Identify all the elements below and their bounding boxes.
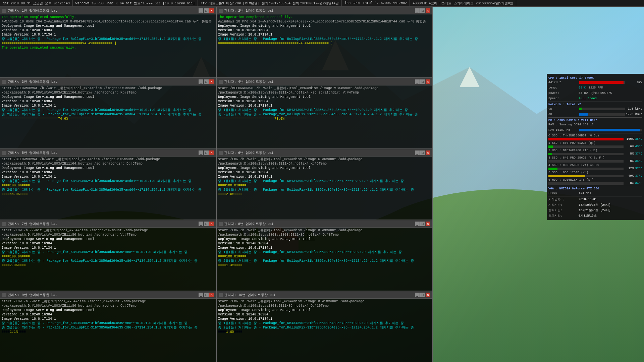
drive-bar-row-4: 12% 37°C	[548, 167, 642, 170]
minimize-btn-2[interactable]: _	[415, 8, 420, 13]
terminal-line: 중 1을(들) 처리하는 중 - Package_for_KB4343902~3…	[2, 179, 215, 183]
gpu-freq-row: Freq: 324 MHz	[548, 191, 642, 195]
minimize-btn-7[interactable]: _	[199, 222, 203, 226]
titlebar-7[interactable]: 관리자: 7번 업데이트통합 bat _ □ ✕	[0, 220, 216, 228]
titlebar-label-8: 관리자: 8번 업데이트통합 bat	[224, 222, 415, 226]
gpu-freq-label: Freq:	[548, 191, 579, 195]
titlebar-label-7: 관리자: 7번 업데이트통합 bat	[8, 222, 199, 226]
minimize-btn-8[interactable]: _	[415, 222, 420, 226]
maximize-btn-1[interactable]: □	[204, 8, 209, 13]
cpu-header: CPU : Intel Core i7-6700K	[548, 76, 642, 80]
close-btn-3[interactable]: ✕	[209, 79, 214, 84]
minimize-btn-4[interactable]: _	[415, 79, 420, 84]
taskbar-item-rfv[interactable]: rfv 레드스톤3 버전1709 [RTM년월] 붙기:2019:53:04 설…	[198, 0, 342, 6]
drive-bar-fill-5	[548, 175, 585, 177]
terminal-window-9[interactable]: 관리자: 9번 업데이트통합 bat _ □ ✕ start /LOW /b /…	[0, 291, 216, 362]
taskbar-item-cpu[interactable]: 4000MHz 4코어 8쓰레드 스카이레이크 20160322→2년5개월9일	[410, 0, 516, 6]
terminal-line: Deployment Image Servicing and Managemen…	[2, 166, 215, 170]
terminal-line: Image Version: 10.0.17134.1	[218, 246, 431, 250]
drive-label-6: 6 HDD : WD10EZEX 1TB (S:)	[548, 178, 642, 182]
drive-bar-fill-4	[548, 168, 557, 170]
network-down-value: 17.2 kB/s	[626, 113, 642, 116]
minimize-btn-9[interactable]: _	[199, 293, 203, 297]
divider1	[548, 102, 642, 102]
terminal-line: Deployment Image Servicing and Managemen…	[218, 166, 431, 170]
titlebar-1[interactable]: 관리자: 1번 업데이트통합 bat _ □ ✕	[0, 7, 216, 14]
terminal-content-3: start /BELOWNORMAL /b /wait _통합하기tool_#x…	[0, 85, 216, 148]
drive-row-3: 3 SSD : 840 PRO 256GB (C E: F:) 0% 36°C	[548, 156, 642, 163]
maximize-btn-5[interactable]: □	[204, 150, 209, 155]
titlebar-3[interactable]: 관리자: 3번 업데이트통합 bat _ □ ✕	[0, 78, 216, 85]
cpu-temp-row: temp: 68°C 1225 RPM	[548, 85, 642, 90]
terminal-window-1[interactable]: 관리자: 1번 업데이트통합 bat _ □ ✕ The operation c…	[0, 7, 216, 78]
taskbar-item-windows[interactable]: Windows 10 RS3 Home K 64 bit 빌드:16299.61…	[73, 0, 198, 6]
terminal-line: Version: 10.0.10240.16384	[218, 312, 431, 317]
terminal-window-8[interactable]: 관리자: 8번 업데이트통합 bat _ □ ✕ start /LOW /b /…	[216, 220, 433, 291]
terminal-line: Version: 10.0.10240.16384	[2, 312, 215, 317]
terminal-window-5[interactable]: 관리자: 5번 업데이트통합 bat _ □ ✕ start /BELOWNOR…	[0, 149, 216, 220]
close-btn-7[interactable]: ✕	[209, 222, 214, 226]
terminal-icon-7	[2, 222, 6, 226]
drive-bar-1	[548, 145, 624, 148]
close-btn-5[interactable]: ✕	[209, 150, 214, 155]
titlebar-8[interactable]: 관리자: 8번 업데이트통합 bat _ □ ✕	[217, 220, 432, 228]
terminal-line: 중 2을(들) 처리하는 중 - Package_for_RollupFix~3…	[2, 188, 215, 192]
terminal-line: Version: 10.0.10240.16384	[2, 28, 215, 33]
maximize-btn-8[interactable]: □	[420, 222, 425, 226]
cpu-usage-row: 4417MHz 97%	[548, 80, 642, 85]
terminal-window-10[interactable]: 관리자: 10번 업데이트통합 bat _ □ ✕ start /LOW /b …	[216, 291, 433, 362]
divider5	[548, 196, 642, 196]
titlebar-6[interactable]: 관리자: 6번 업데이트통합 bat _ □ ✕	[217, 149, 432, 157]
maximize-btn-10[interactable]: □	[420, 293, 425, 297]
terminal-line: Version: 10.0.10240.16384	[218, 241, 431, 246]
close-btn-9[interactable]: ✕	[209, 293, 214, 297]
minimize-btn-3[interactable]: _	[199, 79, 203, 84]
terminal-window-7[interactable]: 관리자: 7번 업데이트통합 bat _ □ ✕ start /LOW /b /…	[0, 220, 216, 291]
terminal-content-9: start /LOW /b /wait _통합하기tool_#x64#dism …	[0, 299, 216, 362]
minimize-btn-5[interactable]: _	[199, 150, 203, 155]
maximize-btn-2[interactable]: □	[420, 8, 425, 13]
start-time-label: 시작시간:	[548, 203, 579, 207]
terminal-window-3[interactable]: 관리자: 3번 업데이트통합 bat _ □ ✕ start /BELOWNOR…	[0, 78, 216, 149]
maximize-btn-9[interactable]: □	[204, 293, 209, 297]
maximize-btn-6[interactable]: □	[420, 150, 425, 155]
titlebar-10[interactable]: 관리자: 10번 업데이트통합 bat _ □ ✕	[217, 291, 432, 299]
drive-label-4: 4 SSD : 830 256GB (V:) A1 B1	[548, 164, 642, 167]
terminal-line: ====2.0%====	[2, 263, 215, 267]
drive-temp-5: 37°C	[635, 174, 642, 178]
close-btn-10[interactable]: ✕	[426, 293, 430, 297]
terminal-line: 중 1을(들) 처리하는 중 - Package_for_KB4343902~3…	[2, 108, 215, 112]
taskbar-item-gaz[interactable]: gaz 2018.08.31 금요일 오후 01:21:43	[0, 0, 73, 6]
taskbar: gaz 2018.08.31 금요일 오후 01:21:43 Windows 1…	[0, 0, 644, 7]
minimize-btn-1[interactable]: _	[199, 8, 203, 13]
titlebar-9[interactable]: 관리자: 9번 업데이트통합 bat _ □ ✕	[0, 291, 216, 299]
close-btn-4[interactable]: ✕	[426, 79, 430, 84]
close-btn-1[interactable]: ✕	[209, 8, 214, 13]
close-btn-6[interactable]: ✕	[426, 150, 430, 155]
maximize-btn-7[interactable]: □	[204, 222, 209, 226]
titlebar-5[interactable]: 관리자: 5번 업데이트통합 bat _ □ ✕	[0, 149, 216, 157]
terminal-window-4[interactable]: 관리자: 4번 업데이트통합 bat _ □ ✕ start /BELOWNOR…	[216, 78, 433, 149]
titlebar-2[interactable]: 관리자: 2번 업데이트통합 bat _ □ ✕	[217, 7, 432, 14]
drive-row-0: 0 SSD : THNSNH256GBST (G D:) 100% 35°C	[548, 134, 642, 141]
network-up-label: up	[548, 107, 579, 111]
drive-row-4: 4 SSD : 830 256GB (V:) A1 B1 12% 37°C	[548, 164, 642, 170]
drive-temp-0: 35°C	[635, 137, 642, 141]
minimize-btn-6[interactable]: _	[415, 150, 420, 155]
cpu-tjmax-value: 29.8°C	[601, 92, 612, 95]
drive-bar-4	[548, 168, 624, 170]
minimize-btn-10[interactable]: _	[415, 293, 420, 297]
ram-bar-fill	[579, 129, 640, 131]
maximize-btn-3[interactable]: □	[204, 79, 209, 84]
close-btn-8[interactable]: ✕	[426, 222, 430, 226]
start-time-row: 시작시간: 13시10분30초 [24시]	[548, 202, 642, 207]
divider4	[548, 186, 642, 186]
terminal-window-6[interactable]: 관리자: 6번 업데이트통합 bat _ □ ✕ start /LOW /b /…	[216, 149, 433, 220]
maximize-btn-4[interactable]: □	[420, 79, 425, 84]
titlebar-4[interactable]: 관리자: 4번 업데이트통합 bat _ □ ✕	[217, 78, 432, 85]
close-btn-2[interactable]: ✕	[426, 8, 430, 13]
terminal-content-6: start /LOW /b /wait _통합하기tool_#x64#dism …	[217, 157, 432, 220]
terminal-line: Version: 10.0.10240.16384	[2, 99, 215, 104]
taskbar-item-ihn[interactable]: ihn CPU: Intel i7-6700K 4417MHz	[342, 0, 410, 6]
terminal-window-2[interactable]: 관리자: 2번 업데이트통합 bat _ □ ✕ The operation c…	[216, 7, 433, 78]
